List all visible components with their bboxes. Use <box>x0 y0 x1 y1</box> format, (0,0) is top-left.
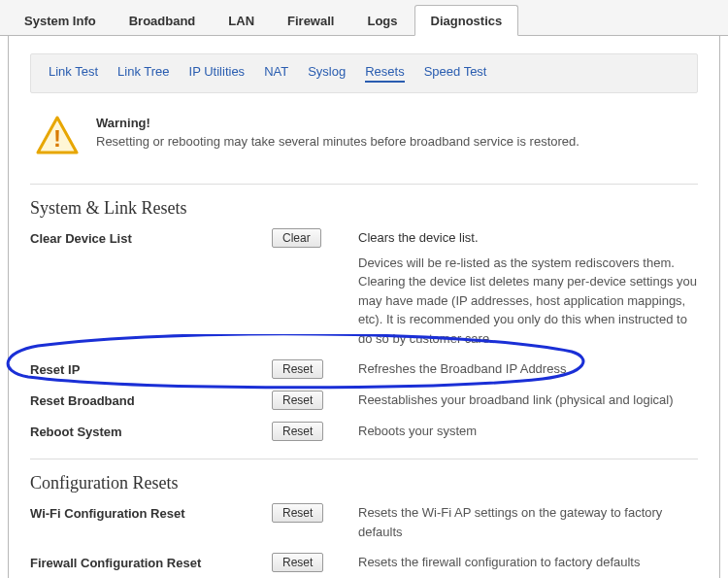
wifi-config-reset-button[interactable]: Reset <box>272 503 323 523</box>
label-firewall-config-reset: Firewall Configuration Reset <box>30 553 258 570</box>
system-link-grid: Clear Device List Clear Clears the devic… <box>30 228 698 441</box>
subtab-syslog[interactable]: Syslog <box>308 64 346 83</box>
clear-button[interactable]: Clear <box>272 228 321 248</box>
desc-reboot-system: Reboots your system <box>358 422 698 441</box>
detail-clear-device: Devices will be re-listed as the system … <box>358 254 698 349</box>
tab-diagnostics[interactable]: Diagnostics <box>414 5 519 36</box>
reset-ip-button[interactable]: Reset <box>272 359 323 379</box>
warning-row: ! Warning! Resetting or rebooting may ta… <box>30 113 698 176</box>
desc-clear-device-list: Clears the device list. Devices will be … <box>358 228 698 348</box>
subtab-link-test[interactable]: Link Test <box>49 64 98 83</box>
desc-wifi-config-reset: Resets the Wi-Fi AP settings on the gate… <box>358 503 698 541</box>
section-system-link-resets: System & Link Resets <box>30 198 698 219</box>
label-clear-device-list: Clear Device List <box>30 228 258 246</box>
firewall-config-reset-button[interactable]: Reset <box>272 553 323 572</box>
divider <box>30 459 698 459</box>
summary-clear-device: Clears the device list. <box>358 228 698 248</box>
diagnostics-panel: Link Test Link Tree IP Utilities NAT Sys… <box>8 36 720 578</box>
label-wifi-config-reset: Wi-Fi Configuration Reset <box>30 503 258 521</box>
subtab-ip-utilities[interactable]: IP Utilities <box>189 64 246 83</box>
subtab-link-tree[interactable]: Link Tree <box>117 64 169 83</box>
sub-tab-bar: Link Test Link Tree IP Utilities NAT Sys… <box>30 53 698 93</box>
desc-reset-broadband: Reestablishes your broadband link (physi… <box>358 391 698 410</box>
subtab-resets[interactable]: Resets <box>365 64 404 83</box>
subtab-speed-test[interactable]: Speed Test <box>424 64 487 83</box>
subtab-nat[interactable]: NAT <box>264 64 288 83</box>
warning-title: Warning! <box>96 116 579 130</box>
desc-reset-ip: Refreshes the Broadband IP Address <box>358 359 698 379</box>
tab-firewall[interactable]: Firewall <box>271 5 350 36</box>
reboot-system-button[interactable]: Reset <box>272 422 323 441</box>
label-reset-broadband: Reset Broadband <box>30 391 258 408</box>
tab-system-info[interactable]: System Info <box>8 5 113 36</box>
tab-lan[interactable]: LAN <box>212 5 271 36</box>
label-reset-ip: Reset IP <box>30 359 258 377</box>
main-tab-bar: System Info Broadband LAN Firewall Logs … <box>0 0 728 36</box>
desc-firewall-config-reset: Resets the firewall configuration to fac… <box>358 553 698 572</box>
reset-broadband-button[interactable]: Reset <box>272 391 323 410</box>
tab-logs[interactable]: Logs <box>350 5 414 36</box>
configuration-grid: Wi-Fi Configuration Reset Reset Resets t… <box>30 503 698 572</box>
divider <box>30 184 698 185</box>
warning-icon: ! <box>36 116 79 154</box>
label-reboot-system: Reboot System <box>30 422 258 439</box>
tab-broadband[interactable]: Broadband <box>113 5 213 36</box>
svg-text:!: ! <box>53 125 61 152</box>
warning-message: Resetting or rebooting may take several … <box>96 134 579 149</box>
warning-text: Warning! Resetting or rebooting may take… <box>96 116 579 149</box>
section-configuration-resets: Configuration Resets <box>30 473 698 493</box>
